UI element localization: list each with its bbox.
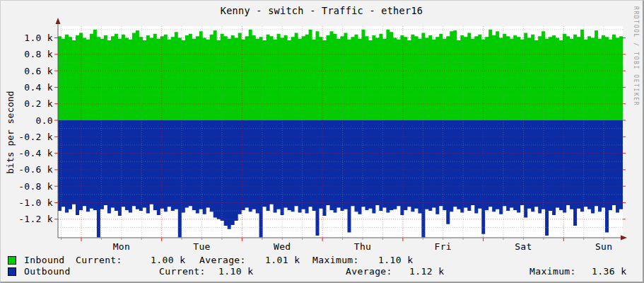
outbound-current-label: Current:: [159, 266, 206, 277]
outbound-maximum-label: Maximum:: [529, 266, 576, 277]
inbound-maximum-label: Maximum:: [312, 255, 359, 265]
outbound-current-value: 1.10 k: [218, 266, 253, 277]
rrdtool-traffic-graph: Kenny - switch - Traffic - ether16 RRDTO…: [0, 0, 644, 283]
outbound-swatch: [8, 267, 16, 276]
outbound-label: Outbound: [24, 266, 71, 277]
outbound-average-value: 1.12 k: [409, 266, 444, 277]
legend: Inbound Current: 1.00 k Average: 1.01 k …: [1, 1, 643, 282]
inbound-current-label: Current:: [76, 255, 122, 265]
inbound-maximum-value: 1.10 k: [378, 255, 413, 265]
outbound-average-label: Average:: [346, 266, 392, 277]
inbound-label: Inbound: [24, 255, 65, 265]
outbound-maximum-value: 1.36 k: [592, 266, 626, 277]
inbound-swatch: [8, 256, 16, 265]
inbound-average-value: 1.01 k: [265, 255, 300, 265]
inbound-current-value: 1.00 k: [151, 255, 185, 265]
inbound-average-label: Average:: [199, 255, 246, 265]
